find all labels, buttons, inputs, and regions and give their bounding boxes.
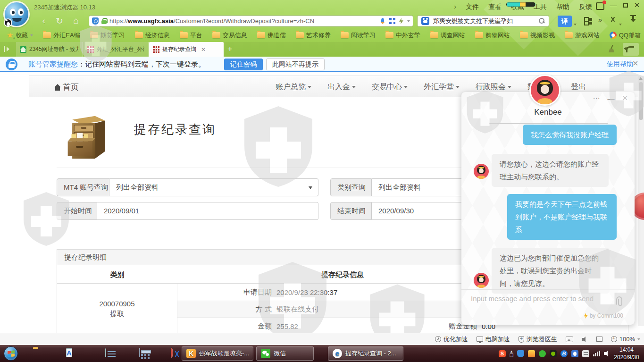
menu-expand-icon[interactable]: › <box>454 3 456 11</box>
search-query[interactable]: 郑爽安慰被丈夫推下悬崖孕妇 <box>433 17 535 25</box>
notification-close-icon[interactable]: ✕ <box>632 59 638 68</box>
address-bar[interactable]: https://www.usgfx.asia/Customer/Record/W… <box>89 15 413 27</box>
scroll-up-icon[interactable] <box>639 77 643 80</box>
favorites-menu[interactable]: ★收藏 <box>7 31 33 40</box>
tray-expand-icon[interactable]: ▴❒ <box>510 349 513 358</box>
toolbar-more-icon[interactable]: » <box>598 16 602 24</box>
nav-forex-school[interactable]: 外汇学堂 <box>424 82 460 92</box>
sidebar-toggle-icon[interactable] <box>4 45 11 53</box>
bookmark-item[interactable]: 视频影视 <box>520 31 555 40</box>
mute-button[interactable] <box>582 337 588 342</box>
bookmark-item[interactable]: 艺术修养 <box>296 31 331 40</box>
nvidia-icon[interactable] <box>550 350 557 357</box>
qq-tray-icon[interactable] <box>571 350 578 357</box>
translate-dropdown-icon[interactable] <box>574 20 577 28</box>
wechat-tray-icon[interactable] <box>539 350 546 357</box>
bookmark-item[interactable]: 调查网站 <box>430 31 465 40</box>
network-signal-icon[interactable] <box>593 351 600 356</box>
back-button[interactable]: ‹ <box>38 16 50 26</box>
snipping-tool-icon[interactable] <box>171 348 173 358</box>
menu-feedback[interactable]: 反馈 <box>579 3 592 11</box>
notepad-icon[interactable] <box>105 348 106 357</box>
wordpad-icon[interactable]: A <box>66 348 72 357</box>
bookmark-item[interactable]: 阅读学习 <box>341 31 376 40</box>
start-button[interactable] <box>4 346 18 361</box>
bookmark-item[interactable]: 交易信息 <box>212 31 247 40</box>
search-box[interactable]: 郑爽安慰被丈夫推下悬崖孕妇 <box>417 15 549 27</box>
taskbar-button-ksong[interactable]: K 强军战歌最嘹亮-... <box>182 346 253 361</box>
menu-tools[interactable]: 工具 <box>534 3 547 11</box>
chat-options-icon[interactable]: ⋯ <box>593 94 600 102</box>
attachment-paperclip-icon[interactable] <box>616 296 622 305</box>
security-shield-icon[interactable] <box>517 350 524 357</box>
gift-box-icon[interactable] <box>528 350 535 357</box>
lightning-icon[interactable] <box>399 18 403 24</box>
nav-admin-notice[interactable]: 行政照会 <box>476 82 511 92</box>
clipboard-icon[interactable] <box>582 350 589 357</box>
qrcode-icon[interactable] <box>389 18 395 24</box>
restore-tab-icon[interactable] <box>623 43 639 56</box>
window-minimize-button[interactable]: — <box>607 1 619 9</box>
nav-logout[interactable]: 登出 <box>571 82 586 92</box>
taskbar-button-browser[interactable]: e 提存纪录查询 - 2... <box>328 346 403 361</box>
zoom-control[interactable]: 100% <box>611 336 640 343</box>
bluetooth-icon[interactable]: B <box>560 350 568 357</box>
nav-account-overview[interactable]: 账户总览 <box>276 82 311 92</box>
tab-withdraw-record[interactable]: 提存纪录查询 ✕ <box>149 42 224 57</box>
home-button[interactable]: ⌂ <box>70 16 82 26</box>
menu-view[interactable]: 查看 <box>488 3 502 11</box>
bookmark-item[interactable]: 佛道儒 <box>257 31 286 40</box>
menu-file[interactable]: 文件 <box>466 3 479 11</box>
volume-icon[interactable] <box>604 351 610 356</box>
method-value: 银联在线支付 <box>276 305 319 314</box>
scrollbar-thumb[interactable] <box>639 82 643 120</box>
window-mode-button[interactable] <box>596 337 602 342</box>
tab-2345-nav[interactable]: 2345网址导航 - 致力于打造百 <box>16 42 83 57</box>
bookmark-item[interactable]: 购物网站 <box>475 31 510 40</box>
taskbar-button-wechat[interactable]: 微信 <box>256 346 314 361</box>
start-date-input[interactable]: 2020/09/01 <box>97 202 318 220</box>
browser-mascot-logo[interactable] <box>3 1 30 27</box>
clean-broom-icon[interactable] <box>608 45 616 53</box>
refresh-button[interactable]: ↻ <box>53 16 66 26</box>
window-maximize-button[interactable] <box>619 1 632 9</box>
window-close-button[interactable]: ✕ <box>631 1 643 9</box>
dismiss-site-button[interactable]: 此网站不再提示 <box>266 59 325 70</box>
speed-mode-icon[interactable] <box>380 18 385 25</box>
tab-usg-site[interactable]: 外汇_外汇平台_外汇服务-USG <box>84 42 149 57</box>
chevron-down-icon[interactable] <box>407 20 410 22</box>
search-icon[interactable] <box>539 18 545 24</box>
bookmark-item[interactable]: 平台 <box>180 31 202 40</box>
taskbar-clock[interactable]: 14:04 2020/9/30 <box>611 346 642 361</box>
help-link[interactable]: 使用帮助 <box>607 60 633 68</box>
share-icon[interactable] <box>596 2 604 10</box>
sogou-input-icon[interactable]: S <box>499 350 506 357</box>
optimize-speed-button[interactable]: 优化加速 <box>435 335 468 344</box>
chat-close-icon[interactable]: ✕ <box>622 94 628 102</box>
remember-password-button[interactable]: 记住密码 <box>224 59 263 70</box>
nav-trade-center[interactable]: 交易中心 <box>372 82 408 92</box>
translate-button[interactable]: 译 <box>558 16 572 27</box>
browser-chrome: 2345加速浏览器 10.13 › 文件 查看 收藏 工具 帮助 反馈 — ✕ … <box>0 0 644 57</box>
url-text[interactable]: https://www.usgfx.asia/Customer/Record/W… <box>109 17 314 25</box>
bookmark-item[interactable]: 期货学习 <box>90 31 125 40</box>
bookmark-item[interactable]: 外汇EA编 <box>43 31 80 40</box>
pc-boost-button[interactable]: 电脑加速 <box>477 335 510 344</box>
mt4-account-select[interactable]: 列出全部资料 <box>109 178 318 196</box>
nav-deposit-withdraw[interactable]: 出入金 <box>327 82 356 92</box>
bookmark-item[interactable]: 中外玄学 <box>385 31 420 40</box>
calculator-icon[interactable] <box>139 348 140 357</box>
nav-home-link[interactable]: 首页 <box>54 82 79 93</box>
menu-help[interactable]: 帮助 <box>556 3 569 11</box>
new-tab-button[interactable]: + <box>227 44 233 54</box>
tab-close-icon[interactable]: ✕ <box>201 46 206 53</box>
browser-doctor-button[interactable]: 浏览器医生 <box>519 335 557 344</box>
bookmark-item[interactable]: 游戏网站 <box>565 31 600 40</box>
chat-message-input[interactable] <box>471 295 603 303</box>
bookmark-item-qqmail[interactable]: QQ邮箱 <box>610 31 641 40</box>
chat-minimize-icon[interactable]: — <box>607 94 614 102</box>
site-safety-icon[interactable] <box>92 17 99 25</box>
bookmark-item[interactable]: 经济信息 <box>135 31 170 40</box>
snapshot-button[interactable] <box>566 337 573 342</box>
scissors-dropdown-icon[interactable] <box>619 20 622 28</box>
